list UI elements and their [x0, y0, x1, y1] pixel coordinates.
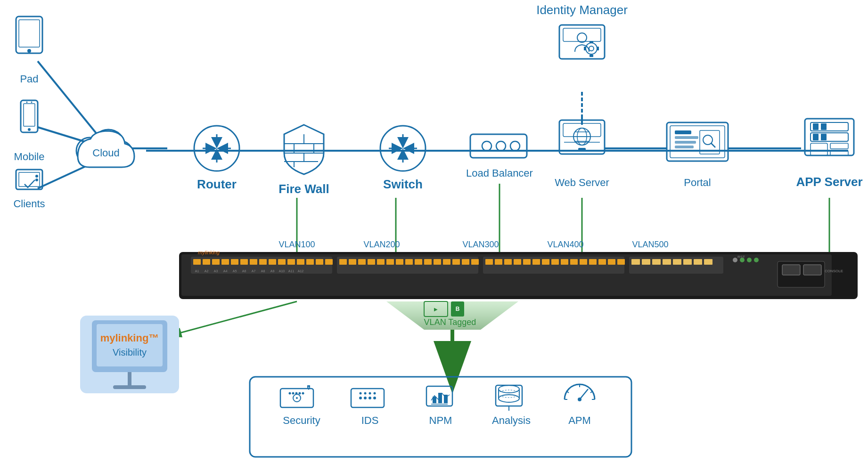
vlan200-label: VLAN200 [363, 240, 400, 249]
pad-icon [16, 16, 42, 53]
svg-point-112 [292, 392, 295, 395]
svg-rect-69 [580, 259, 587, 265]
svg-point-156 [35, 179, 38, 181]
vlan100-label: VLAN100 [278, 240, 315, 249]
svg-text:A9: A9 [270, 269, 275, 273]
svg-rect-54 [443, 259, 450, 265]
diagram-container: A1A2A3 A4A5A6 A7A8A9 A10A11A12 [0, 0, 868, 463]
svg-rect-50 [405, 259, 413, 265]
svg-point-132 [499, 385, 519, 393]
loadbalancer-icon [470, 134, 527, 158]
svg-rect-25 [287, 259, 295, 265]
svg-point-120 [368, 397, 371, 399]
svg-rect-70 [589, 259, 597, 265]
svg-point-114 [299, 392, 301, 395]
portal-icon [667, 122, 728, 161]
svg-rect-61 [504, 259, 512, 265]
svg-rect-216 [813, 134, 819, 140]
svg-point-175 [380, 126, 426, 171]
svg-rect-63 [523, 259, 531, 265]
svg-point-124 [369, 392, 371, 395]
svg-rect-64 [532, 259, 540, 265]
svg-point-197 [586, 43, 597, 54]
svg-rect-217 [821, 123, 827, 130]
svg-point-147 [27, 49, 31, 53]
vlan-tagged-label: VLAN Tagged [424, 317, 476, 327]
svg-text:RST: RST [737, 255, 745, 259]
svg-rect-19 [231, 259, 238, 265]
svg-text:A11: A11 [288, 269, 295, 273]
svg-rect-75 [631, 259, 640, 265]
svg-line-143 [580, 389, 588, 399]
webserver-label: Web Server [555, 177, 609, 188]
clients-icon [16, 170, 42, 189]
svg-text:CONSOLE: CONSOLE [825, 269, 843, 273]
svg-rect-82 [704, 259, 712, 265]
svg-rect-47 [377, 259, 385, 265]
clients-label: Clients [13, 198, 45, 210]
loadbalancer-label: Load Balancer [466, 167, 533, 179]
svg-point-111 [289, 392, 291, 395]
svg-text:▶: ▶ [434, 307, 438, 312]
svg-rect-67 [561, 259, 568, 265]
ids-label: IDS [361, 414, 379, 426]
svg-point-161 [194, 126, 239, 171]
svg-rect-202 [597, 47, 599, 50]
svg-rect-26 [297, 259, 304, 265]
svg-rect-28 [316, 259, 323, 265]
svg-rect-65 [542, 259, 549, 265]
svg-rect-218 [821, 134, 827, 140]
svg-rect-181 [470, 134, 527, 158]
svg-point-115 [302, 392, 304, 395]
svg-rect-55 [452, 259, 460, 265]
svg-rect-215 [813, 123, 819, 130]
svg-point-118 [359, 397, 362, 399]
svg-point-84 [733, 258, 737, 262]
svg-line-96 [174, 301, 297, 334]
firewall-label: Fire Wall [278, 182, 329, 196]
svg-rect-146 [19, 20, 40, 47]
svg-rect-220 [830, 143, 848, 149]
svg-rect-78 [663, 259, 671, 265]
svg-rect-62 [514, 259, 521, 265]
svg-line-211 [711, 143, 715, 147]
pad-label: Pad [20, 73, 38, 85]
svg-rect-45 [358, 259, 366, 265]
npm-label: NPM [429, 414, 452, 426]
svg-rect-23 [269, 259, 276, 265]
svg-text:A12: A12 [298, 269, 304, 273]
svg-rect-76 [642, 259, 650, 265]
svg-rect-219 [811, 143, 827, 155]
svg-point-113 [295, 392, 298, 395]
svg-rect-91 [803, 265, 821, 275]
svg-rect-21 [250, 259, 257, 265]
vlan300-label: VLAN300 [462, 240, 499, 249]
svg-text:Cloud: Cloud [92, 147, 119, 159]
svg-point-110 [296, 397, 298, 399]
svg-rect-57 [471, 259, 479, 265]
switch-icon [380, 126, 426, 171]
svg-rect-200 [590, 55, 593, 57]
svg-point-86 [747, 258, 752, 262]
svg-rect-66 [551, 259, 559, 265]
svg-rect-46 [368, 259, 375, 265]
svg-point-144 [578, 398, 581, 401]
svg-rect-16 [203, 259, 210, 265]
svg-rect-51 [415, 259, 422, 265]
security-label: Security [283, 414, 320, 426]
switch-label: Switch [383, 177, 423, 191]
svg-rect-22 [259, 259, 267, 265]
svg-rect-24 [278, 259, 286, 265]
svg-rect-186 [563, 123, 601, 137]
svg-rect-106 [113, 385, 146, 389]
router-label: Router [197, 177, 237, 191]
cloud-icon: Cloud [76, 130, 134, 167]
svg-rect-18 [221, 259, 229, 265]
svg-rect-43 [339, 259, 347, 265]
svg-rect-145 [16, 16, 42, 53]
svg-point-184 [510, 141, 520, 151]
svg-text:A4: A4 [223, 269, 228, 273]
appserver-label: APP Server [796, 175, 862, 189]
svg-rect-80 [683, 259, 692, 265]
mobile-icon [21, 100, 38, 132]
